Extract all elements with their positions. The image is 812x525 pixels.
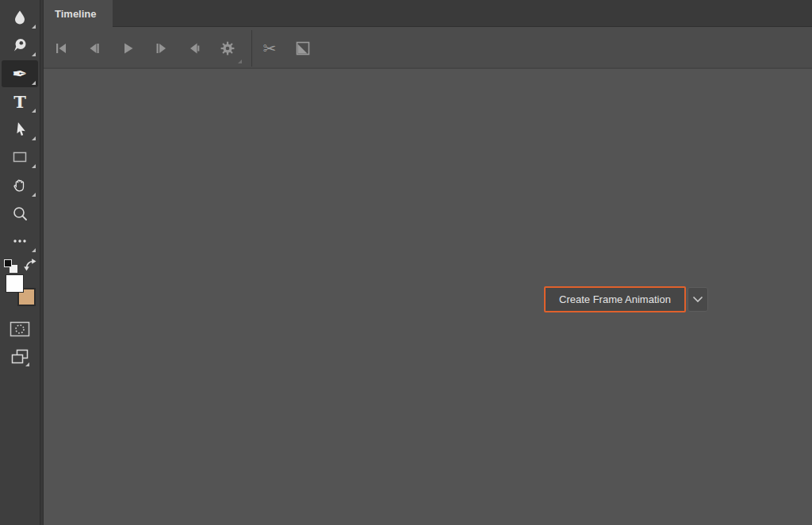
hand-tool-button[interactable]: [2, 172, 38, 199]
create-animation-group: Create Frame Animation: [544, 286, 708, 312]
pen-tool-button[interactable]: ✒: [2, 60, 38, 87]
type-tool-icon: T: [13, 94, 26, 110]
swap-arrows-icon: [23, 258, 38, 273]
type-tool-button[interactable]: T: [2, 88, 38, 115]
step-forward-icon: [153, 40, 169, 56]
split-at-playhead-button[interactable]: ✂: [253, 31, 286, 66]
zoom-tool-button[interactable]: [2, 200, 38, 227]
step-back-icon: [86, 40, 102, 56]
animation-mode-dropdown-button[interactable]: [688, 287, 708, 312]
magnifier-icon: [11, 205, 29, 222]
edit-toolbar-button[interactable]: [2, 228, 38, 255]
timeline-panel: Timeline: [44, 0, 812, 525]
transition-icon: [294, 40, 312, 57]
dodge-icon: [11, 36, 29, 54]
flyout-indicator: [32, 109, 36, 113]
foreground-color-swatch[interactable]: [6, 274, 24, 293]
first-frame-button[interactable]: [44, 31, 78, 66]
rectangle-tool-button[interactable]: [2, 144, 38, 171]
default-foreground-chip: [4, 259, 12, 267]
flyout-indicator: [32, 81, 36, 85]
controls-divider: [251, 30, 252, 67]
create-frame-animation-button[interactable]: Create Frame Animation: [544, 286, 686, 312]
flyout-indicator: [238, 59, 242, 63]
pen-nib-icon: ✒: [12, 65, 27, 83]
flyout-indicator: [32, 52, 36, 56]
timeline-canvas: Create Frame Animation: [44, 69, 812, 525]
quick-mask-mode-button[interactable]: [8, 318, 32, 340]
path-select-tool-button[interactable]: [2, 116, 38, 143]
dodge-tool-button[interactable]: [2, 32, 38, 59]
scissors-icon: ✂: [263, 40, 277, 56]
play-icon: [120, 40, 136, 56]
timeline-panel-window: ✒ T: [0, 0, 812, 525]
flyout-indicator: [32, 136, 36, 140]
swap-colors-button[interactable]: [23, 258, 38, 273]
tool-strip: ✒ T: [0, 0, 40, 525]
speaker-icon: [186, 40, 202, 56]
screen-mode-button[interactable]: [8, 345, 32, 369]
toggle-audio-button[interactable]: [178, 31, 211, 66]
rectangle-icon: [11, 148, 29, 166]
timeline-settings-button[interactable]: [211, 31, 244, 66]
tab-bar: Timeline: [44, 0, 812, 27]
previous-frame-button[interactable]: [78, 31, 111, 66]
next-frame-button[interactable]: [144, 31, 178, 66]
gear-icon: [219, 40, 236, 57]
default-colors-button[interactable]: [4, 259, 17, 273]
flyout-indicator: [32, 25, 36, 29]
arrow-cursor-icon: [11, 121, 29, 138]
playback-controls-row: ✂: [44, 27, 812, 69]
flyout-indicator: [32, 193, 36, 197]
flyout-indicator: [25, 362, 29, 366]
hand-icon: [11, 177, 29, 194]
select-transition-button[interactable]: [286, 31, 320, 66]
droplet-icon: [11, 9, 29, 26]
foreground-background-swatches[interactable]: [6, 274, 36, 306]
blur-tool-button[interactable]: [2, 4, 38, 31]
tab-label: Timeline: [55, 8, 97, 20]
ellipsis-icon: [11, 232, 29, 250]
flyout-indicator: [32, 164, 36, 168]
play-button[interactable]: [111, 31, 144, 66]
flyout-indicator: [32, 248, 36, 252]
create-frame-animation-label: Create Frame Animation: [559, 293, 671, 305]
tab-timeline[interactable]: Timeline: [44, 0, 113, 28]
skip-to-start-icon: [53, 40, 69, 56]
chevron-down-icon: [692, 296, 703, 303]
quick-mask-icon: [9, 320, 31, 339]
